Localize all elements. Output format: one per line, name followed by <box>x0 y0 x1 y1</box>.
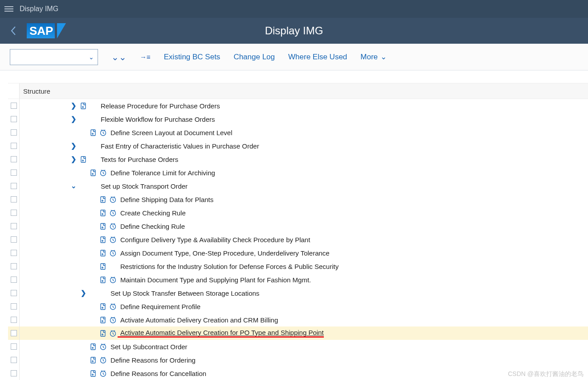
tree-row[interactable]: Restrictions for the Industry Solution f… <box>8 260 588 273</box>
document-icon[interactable] <box>98 209 108 217</box>
row-checkbox[interactable] <box>11 129 17 136</box>
row-checkbox[interactable] <box>11 210 17 216</box>
document-icon[interactable] <box>98 223 108 230</box>
tree-row[interactable]: Assign Document Type, One-Step Procedure… <box>8 246 588 260</box>
expand-right-icon[interactable]: ❯ <box>78 289 88 297</box>
row-checkbox[interactable] <box>11 357 17 363</box>
more-menu[interactable]: More ⌄ <box>360 52 387 62</box>
tree-row[interactable]: Create Checking Rule <box>8 206 588 219</box>
tree-node-label: Set up Stock Transport Order <box>98 182 188 190</box>
activity-icon[interactable] <box>98 129 108 136</box>
activity-icon[interactable] <box>108 223 118 230</box>
row-checkbox[interactable] <box>11 116 17 122</box>
tree-row[interactable]: Define Reasons for Ordering <box>8 353 588 367</box>
toolbar-select[interactable]: ⌄ <box>10 49 98 65</box>
document-icon[interactable] <box>98 263 108 270</box>
tree-row[interactable]: Define Tolerance Limit for Archiving <box>8 166 588 179</box>
tree-row[interactable]: Define Requirement Profile <box>8 300 588 313</box>
menu-icon[interactable] <box>4 6 13 12</box>
document-icon[interactable] <box>98 249 108 257</box>
expand-down-icon[interactable]: ⌄ <box>69 182 78 190</box>
row-checkbox[interactable] <box>11 236 17 243</box>
tree-node-label: Fast Entry of Characteristic Values in P… <box>98 142 259 150</box>
tree-row[interactable]: Define Checking Rule <box>8 219 588 233</box>
expand-right-icon[interactable]: ❯ <box>69 142 78 150</box>
document-icon[interactable] <box>98 303 108 310</box>
activity-icon[interactable] <box>108 209 118 217</box>
row-checkbox[interactable] <box>11 343 17 350</box>
tree-node-label: Maintain Document Type and Supplying Pla… <box>118 276 311 284</box>
row-checkbox[interactable] <box>11 370 17 376</box>
document-icon[interactable] <box>88 343 98 351</box>
document-icon[interactable] <box>78 156 88 163</box>
tree-header: Structure <box>8 83 588 99</box>
tree-row[interactable]: ⌄Set up Stock Transport Order <box>8 179 588 193</box>
document-icon[interactable] <box>88 356 98 364</box>
activity-icon[interactable] <box>108 196 118 203</box>
row-checkbox[interactable] <box>11 317 17 323</box>
expand-right-icon[interactable]: ❯ <box>69 115 78 123</box>
activity-icon[interactable] <box>98 343 108 351</box>
column-structure: Structure <box>20 87 50 95</box>
row-checkbox[interactable] <box>11 250 17 256</box>
activity-icon[interactable] <box>108 316 118 324</box>
svg-rect-2 <box>91 130 95 136</box>
row-checkbox[interactable] <box>11 330 17 336</box>
where-else-used-link[interactable]: Where Else Used <box>288 53 347 62</box>
row-checkbox[interactable] <box>11 103 17 109</box>
tree-row[interactable]: ❯Flexible Workflow for Purchase Orders <box>8 112 588 126</box>
row-checkbox[interactable] <box>11 263 17 269</box>
tree-row[interactable]: ❯Texts for Purchase Orders <box>8 153 588 166</box>
document-icon[interactable] <box>88 129 98 136</box>
document-icon[interactable] <box>88 370 98 377</box>
row-checkbox[interactable] <box>11 156 17 162</box>
tree-row[interactable]: Define Screen Layout at Document Level <box>8 126 588 139</box>
tree-node-label: Define Shipping Data for Plants <box>118 196 213 203</box>
activity-icon[interactable] <box>108 236 118 244</box>
document-icon[interactable] <box>98 330 108 337</box>
activity-icon[interactable] <box>98 169 108 177</box>
document-icon[interactable] <box>98 236 108 244</box>
svg-rect-45 <box>91 371 95 376</box>
chevron-down-icon: ⌄ <box>89 54 94 61</box>
activity-icon[interactable] <box>108 276 118 284</box>
tree-row[interactable]: Define Reasons for Cancellation <box>8 367 588 380</box>
expand-all-icon[interactable]: ⌄⌄ <box>111 52 127 62</box>
activity-icon[interactable] <box>108 330 118 337</box>
row-checkbox[interactable] <box>11 303 17 310</box>
document-icon[interactable] <box>88 169 98 177</box>
row-checkbox[interactable] <box>11 290 17 296</box>
tree-row[interactable]: Define Shipping Data for Plants <box>8 193 588 206</box>
activity-icon[interactable] <box>98 356 108 364</box>
change-log-link[interactable]: Change Log <box>233 53 275 62</box>
document-icon[interactable] <box>98 196 108 203</box>
tree-row[interactable]: Set Up Subcontract Order <box>8 340 588 353</box>
svg-rect-22 <box>101 250 105 256</box>
row-checkbox[interactable] <box>11 196 17 202</box>
tree-area: Structure ❯Release Procedure for Purchas… <box>0 70 588 380</box>
row-checkbox[interactable] <box>11 183 17 189</box>
expand-right-icon[interactable]: ❯ <box>69 102 78 110</box>
tree-row[interactable]: Maintain Document Type and Supplying Pla… <box>8 273 588 286</box>
activity-icon[interactable] <box>98 370 108 377</box>
tree-row[interactable]: ❯Release Procedure for Purchase Orders <box>8 99 588 112</box>
activity-icon[interactable] <box>108 303 118 310</box>
tree-row[interactable]: Activate Automatic Delivery Creation for… <box>8 326 588 340</box>
tree-row[interactable]: ❯Set Up Stock Transfer Between Storage L… <box>8 286 588 300</box>
tree-row[interactable]: ❯Fast Entry of Characteristic Values in … <box>8 139 588 153</box>
collapse-icon[interactable]: →≡ <box>140 53 151 61</box>
activity-icon[interactable] <box>108 249 118 257</box>
document-icon[interactable] <box>98 316 108 324</box>
existing-bc-sets-link[interactable]: Existing BC Sets <box>164 53 220 62</box>
row-checkbox[interactable] <box>11 169 17 176</box>
back-button[interactable] <box>0 18 27 44</box>
expand-right-icon[interactable]: ❯ <box>69 155 78 163</box>
row-checkbox[interactable] <box>11 143 17 149</box>
document-icon[interactable] <box>98 276 108 284</box>
tree-row[interactable]: Configure Delivery Type & Availability C… <box>8 233 588 246</box>
document-icon[interactable] <box>78 102 88 110</box>
tree-node-label: Activate Automatic Delivery Creation and… <box>118 316 278 324</box>
row-checkbox[interactable] <box>11 223 17 229</box>
row-checkbox[interactable] <box>11 277 17 283</box>
tree-row[interactable]: Activate Automatic Delivery Creation and… <box>8 313 588 326</box>
